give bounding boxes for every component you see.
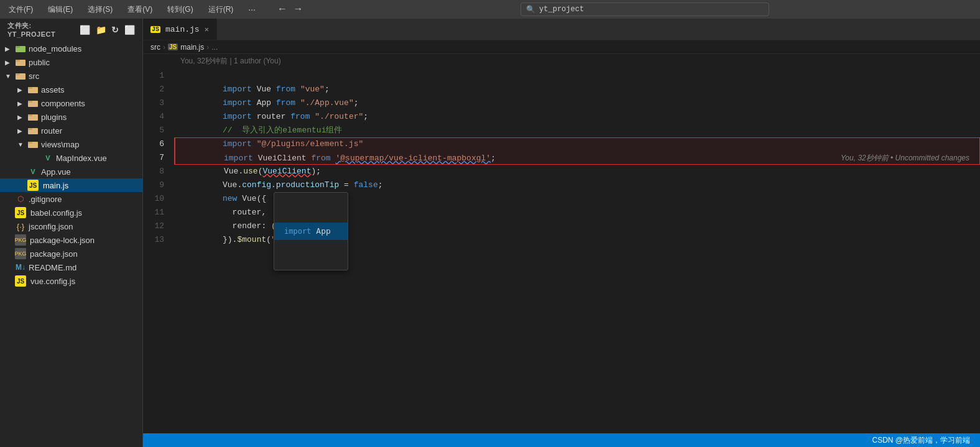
tree-item-router[interactable]: ▶ router (0, 124, 142, 137)
code-content: import Vue from "vue"; import App from "… (174, 68, 980, 433)
code-line-2: import App from "./App.vue"; (174, 83, 980, 96)
tree-item-vue-config[interactable]: JS vue.config.js (0, 274, 142, 288)
tree-item-readme[interactable]: M↓ README.md (0, 260, 142, 274)
line-num-4: 4 (143, 110, 164, 124)
ac-keyword: import (284, 224, 311, 238)
menu-view[interactable]: 查看(V) (125, 3, 155, 16)
tree-item-mapindex[interactable]: V MapIndex.vue (0, 151, 142, 165)
menu-bar[interactable]: 文件(F) 编辑(E) 选择(S) 查看(V) 转到(G) 运行(R) ··· (6, 3, 258, 16)
status-text: CSDN @热爱前端，学习前端 (872, 435, 970, 446)
tree-label-views-map: views\map (41, 140, 79, 149)
new-folder-icon[interactable]: 📁 (96, 25, 107, 35)
new-file-icon[interactable]: ⬜ (80, 25, 91, 35)
tree-label-pkg: package.json (30, 249, 78, 259)
tree-label-readme: README.md (29, 263, 76, 272)
svg-rect-15 (28, 142, 32, 144)
tree-item-jsconfig[interactable]: {·} jsconfig.json (0, 219, 142, 233)
refresh-icon[interactable]: ↻ (111, 25, 119, 35)
code-line-10: router, import App (174, 192, 980, 206)
breadcrumb-src: src (150, 43, 160, 52)
tab-label: main.js (165, 25, 200, 34)
tree-label-assets: assets (41, 85, 65, 94)
breadcrumb-more: ... (211, 43, 218, 52)
tree-item-main-js[interactable]: JS main.js (0, 178, 142, 192)
main-layout: 文件夹: YT_PROJECT ⬜ 📁 ↻ ⬜ ▶ node_modules ▶… (0, 19, 980, 447)
tree-item-views-map[interactable]: ▼ views\map (0, 137, 142, 151)
nav-back[interactable]: ← (277, 4, 288, 15)
git-icon: ⬡ (15, 193, 26, 205)
pkg-icon: PKG (15, 248, 26, 259)
svg-rect-13 (28, 128, 32, 130)
code-line-6: import VueiClient from '@supermap/vue-ic… (174, 137, 980, 151)
menu-file[interactable]: 文件(F) (6, 3, 35, 16)
code-area[interactable]: 1 2 3 4 5 6 7 8 9 10 11 12 13 import Vue… (143, 68, 980, 433)
arrow-components: ▶ (17, 100, 27, 107)
svg-rect-11 (28, 114, 32, 116)
js-vue-config-icon: JS (15, 275, 26, 287)
sidebar-actions: ⬜ 📁 ↻ ⬜ (80, 25, 135, 35)
menu-run[interactable]: 运行(R) (206, 3, 236, 16)
arrow-plugins: ▶ (17, 114, 27, 121)
svg-rect-9 (28, 101, 32, 103)
status-bar: CSDN @热爱前端，学习前端 (143, 433, 980, 447)
tree-label-node-modules: node_modules (29, 44, 81, 53)
file-tree: ▶ node_modules ▶ public ▼ src ▶ assets (0, 40, 142, 447)
folder-node-modules-icon (15, 43, 26, 54)
tree-item-plugins[interactable]: ▶ plugins (0, 110, 142, 124)
line-num-5: 5 (143, 124, 164, 137)
autocomplete-item-import-app[interactable]: import App (274, 223, 348, 240)
tree-label-gitignore: .gitignore (29, 195, 62, 204)
svg-rect-3 (16, 60, 20, 62)
code-line-8: Vue.config.productionTip = false; (174, 165, 980, 178)
nav-forward[interactable]: → (293, 4, 304, 15)
tree-label-mapindex: MapIndex.vue (56, 154, 107, 163)
tree-item-pkg[interactable]: PKG package.json (0, 247, 142, 260)
line-num-12: 12 (143, 219, 164, 233)
tree-item-public[interactable]: ▶ public (0, 55, 142, 69)
nav-buttons: ← → (277, 4, 303, 15)
code-line-7: Vue.use(VueiClient); You, 32秒钟前 • Uncomm… (174, 151, 980, 165)
tree-label-plugins: plugins (41, 113, 67, 122)
blame-line: You, 32秒钟前 | 1 author (You) (143, 54, 980, 68)
folder-assets-icon (27, 84, 39, 95)
search-icon: 🔍 (526, 5, 535, 14)
tree-label-public: public (29, 58, 50, 67)
code-line-3: import router from "./router"; (174, 96, 980, 110)
sidebar: 文件夹: YT_PROJECT ⬜ 📁 ↻ ⬜ ▶ node_modules ▶… (0, 19, 143, 447)
folder-components-icon (27, 98, 39, 109)
folder-views-icon (27, 139, 39, 150)
tree-label-pkg-lock: package-lock.json (30, 236, 95, 245)
arrow-node-modules: ▶ (5, 45, 15, 52)
menu-edit[interactable]: 编辑(E) (45, 3, 75, 16)
tree-label-router: router (41, 126, 62, 136)
tab-close-button[interactable]: ✕ (205, 25, 209, 34)
tree-item-node-modules[interactable]: ▶ node_modules (0, 42, 142, 55)
tree-item-pkg-lock[interactable]: PKG package-lock.json (0, 233, 142, 247)
code-line-4: // 导入引入的elementui组件 (174, 110, 980, 124)
arrow-src: ▼ (5, 73, 15, 80)
menu-more[interactable]: ··· (246, 3, 258, 16)
line-numbers: 1 2 3 4 5 6 7 8 9 10 11 12 13 (143, 68, 174, 433)
line-num-1: 1 (143, 69, 164, 83)
tree-item-app-vue[interactable]: V App.vue (0, 165, 142, 178)
js-main-icon: JS (27, 180, 39, 191)
ac-text: App (316, 224, 330, 238)
sidebar-title: 文件夹: YT_PROJECT (7, 21, 80, 38)
tree-item-babel[interactable]: JS babel.config.js (0, 206, 142, 219)
title-bar: 文件(F) 编辑(E) 选择(S) 查看(V) 转到(G) 运行(R) ··· … (0, 0, 980, 19)
tab-js-icon: JS (150, 26, 160, 33)
line-num-2: 2 (143, 83, 164, 96)
collapse-icon[interactable]: ⬜ (124, 25, 136, 35)
menu-goto[interactable]: 转到(G) (165, 3, 195, 16)
search-bar[interactable]: 🔍 yt_project (520, 2, 769, 16)
menu-select[interactable]: 选择(S) (85, 3, 115, 16)
line-num-10: 10 (143, 192, 164, 206)
arrow-views-map: ▼ (17, 141, 27, 148)
autocomplete-popup[interactable]: import App (274, 192, 348, 270)
tree-item-gitignore[interactable]: ⬡ .gitignore (0, 192, 142, 206)
tree-item-components[interactable]: ▶ components (0, 96, 142, 110)
tree-item-src[interactable]: ▼ src (0, 69, 142, 83)
tab-main-js[interactable]: JS main.js ✕ (143, 19, 217, 40)
folder-plugins-icon (27, 111, 39, 122)
tree-item-assets[interactable]: ▶ assets (0, 83, 142, 96)
